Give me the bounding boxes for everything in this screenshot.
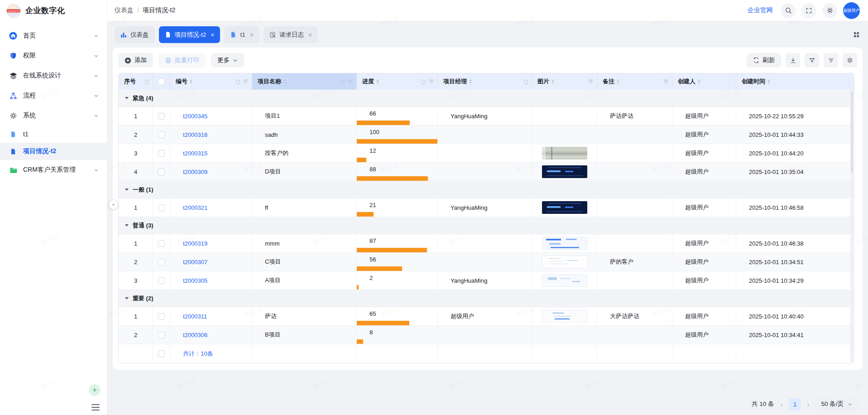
row-checkbox[interactable] xyxy=(158,169,165,175)
column-header-created[interactable]: 创建时间 xyxy=(736,73,854,90)
table-scrollbar[interactable] xyxy=(850,90,854,362)
code-link[interactable]: t2000319 xyxy=(183,240,207,247)
image-thumbnail[interactable] xyxy=(542,274,587,287)
tab-dashboard[interactable]: 仪表盘 xyxy=(115,26,155,43)
prev-page-button[interactable]: ‹ xyxy=(780,401,782,408)
sidebar-item-project-t2[interactable]: 项目情况-t2 xyxy=(0,143,107,160)
code-link[interactable]: t2000315 xyxy=(183,150,207,157)
filter-icon[interactable] xyxy=(663,80,668,84)
pin-icon[interactable] xyxy=(144,79,150,85)
group-header-general[interactable]: 一般 (1) xyxy=(119,181,854,198)
tab-t1[interactable]: t1× xyxy=(224,26,259,43)
column-header-name[interactable]: 项目名称 xyxy=(252,73,357,90)
image-thumbnail[interactable] xyxy=(542,310,587,323)
sidebar-toggle-button[interactable] xyxy=(91,403,101,411)
settings-button[interactable] xyxy=(822,3,837,18)
row-checkbox[interactable] xyxy=(158,240,165,247)
batch-print-button[interactable]: 批量打印 xyxy=(158,53,206,68)
code-link[interactable]: t2000311 xyxy=(183,313,207,320)
tab-project-t2[interactable]: 项目情况-t2× xyxy=(159,26,221,43)
sort-icon[interactable] xyxy=(617,79,619,84)
column-header-seq[interactable]: 序号 xyxy=(119,73,153,90)
filter-button[interactable] xyxy=(805,53,819,68)
next-page-button[interactable]: › xyxy=(807,401,809,408)
column-header-progress[interactable]: 进度 xyxy=(357,73,438,90)
fullscreen-button[interactable] xyxy=(801,3,816,18)
pin-icon[interactable] xyxy=(340,79,345,85)
sidebar-item-system[interactable]: 系统 xyxy=(0,106,107,125)
site-link[interactable]: 企业官网 xyxy=(748,6,773,14)
sort-icon[interactable] xyxy=(698,79,700,84)
filter-icon[interactable] xyxy=(348,80,353,84)
sidebar-collapse-handle[interactable]: » xyxy=(109,200,118,209)
sidebar-add-button[interactable]: + xyxy=(89,384,101,396)
sort-icon[interactable] xyxy=(376,79,379,84)
close-icon[interactable]: × xyxy=(211,32,214,38)
pin-icon[interactable] xyxy=(523,79,529,85)
sidebar-item-online-design[interactable]: 在线系统设计 xyxy=(0,66,107,86)
row-checkbox[interactable] xyxy=(158,277,165,284)
code-link[interactable]: t2000305 xyxy=(183,277,207,284)
group-header-normal[interactable]: 普通 (3) xyxy=(119,217,854,234)
refresh-button[interactable]: 刷新 xyxy=(747,53,781,68)
sidebar-item-crm[interactable]: CRM客户关系管理 xyxy=(0,160,107,180)
sort-icon[interactable] xyxy=(190,79,192,84)
code-link[interactable]: t2000306 xyxy=(183,332,207,338)
code-link[interactable]: t2000309 xyxy=(183,169,207,175)
download-button[interactable] xyxy=(786,53,800,68)
column-header-creator[interactable]: 创建人 xyxy=(672,73,736,90)
select-all-checkbox[interactable] xyxy=(158,78,165,85)
row-checkbox[interactable] xyxy=(158,150,165,157)
page-number-button[interactable]: 1 xyxy=(789,398,801,410)
search-button[interactable] xyxy=(781,3,796,18)
close-icon[interactable]: × xyxy=(250,32,254,38)
sidebar-item-workflow[interactable]: 流程 xyxy=(0,86,107,106)
page-size-select[interactable]: 50 条/页 xyxy=(815,397,858,411)
image-thumbnail[interactable] xyxy=(542,237,587,250)
image-thumbnail[interactable] xyxy=(542,256,587,268)
sort-icon[interactable] xyxy=(469,79,472,84)
layout-grid-button[interactable] xyxy=(853,31,860,38)
code-link[interactable]: t2000316 xyxy=(183,131,207,138)
row-checkbox[interactable] xyxy=(158,313,165,320)
sidebar-item-t1[interactable]: t1 xyxy=(0,125,107,143)
group-header-important[interactable]: 重要 (2) xyxy=(119,290,854,307)
pin-icon[interactable] xyxy=(235,79,241,85)
filter-icon[interactable] xyxy=(588,80,593,84)
row-checkbox[interactable] xyxy=(158,204,165,211)
image-thumbnail[interactable] xyxy=(542,165,587,178)
column-header-remark[interactable]: 备注 xyxy=(597,73,672,90)
code-link[interactable]: t2000321 xyxy=(183,204,207,211)
column-header-manager[interactable]: 项目经理 xyxy=(438,73,532,90)
code-link[interactable]: t2000307 xyxy=(183,259,207,265)
row-checkbox[interactable] xyxy=(158,131,165,138)
code-link[interactable]: t2000345 xyxy=(183,113,207,120)
sidebar-item-home[interactable]: 首页 xyxy=(0,26,107,46)
column-header-code[interactable]: 编号 xyxy=(170,73,252,90)
filter-icon[interactable] xyxy=(429,80,434,84)
sort-icon[interactable] xyxy=(283,79,286,84)
row-checkbox[interactable] xyxy=(158,113,165,120)
sidebar-item-permissions[interactable]: 权限 xyxy=(0,46,107,66)
breadcrumb-dashboard[interactable]: 仪表盘 xyxy=(115,6,134,14)
row-checkbox[interactable] xyxy=(158,350,165,357)
column-header-select[interactable] xyxy=(153,73,170,90)
column-header-image[interactable]: 图片 xyxy=(532,73,597,90)
sort-icon[interactable] xyxy=(551,79,554,84)
row-checkbox[interactable] xyxy=(158,332,165,338)
avatar[interactable]: 超级用户 xyxy=(843,2,860,19)
group-header-urgent[interactable]: 紧急 (4) xyxy=(119,90,854,107)
close-icon[interactable]: × xyxy=(308,32,312,38)
density-button[interactable] xyxy=(824,53,838,68)
creator-cell xyxy=(672,344,736,363)
sort-icon[interactable] xyxy=(767,79,770,84)
image-thumbnail[interactable] xyxy=(542,147,587,159)
filter-icon[interactable] xyxy=(243,80,248,84)
more-button[interactable]: 更多 xyxy=(211,53,244,68)
add-button[interactable]: 添加 xyxy=(118,53,153,68)
table-settings-button[interactable] xyxy=(843,53,857,68)
pin-icon[interactable] xyxy=(421,79,427,85)
tab-request-log[interactable]: 请求日志× xyxy=(264,26,318,43)
row-checkbox[interactable] xyxy=(158,259,165,265)
image-thumbnail[interactable] xyxy=(542,201,587,214)
